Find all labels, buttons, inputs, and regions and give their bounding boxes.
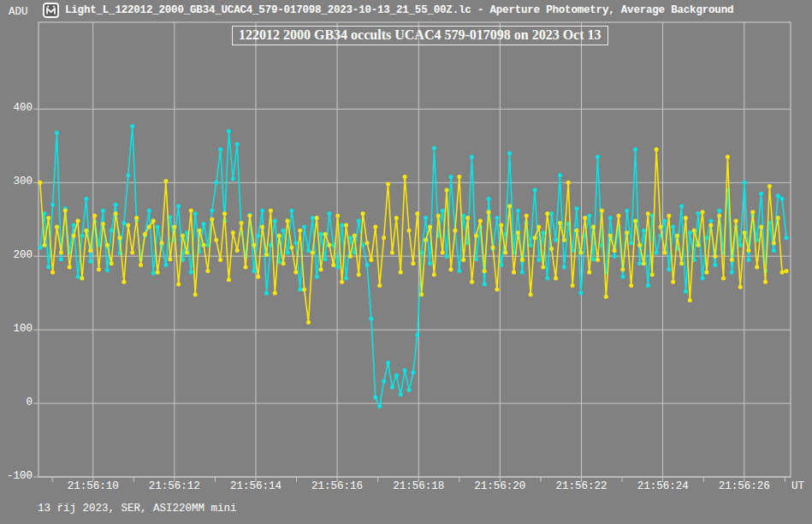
cyan-data-point: [394, 373, 399, 378]
cyan-data-point: [193, 211, 198, 216]
cyan-data-point: [717, 209, 721, 213]
yellow-data-point: [46, 216, 50, 220]
yellow-data-point: [340, 280, 344, 284]
cyan-data-point: [407, 388, 412, 392]
yellow-data-point: [785, 269, 789, 273]
yellow-data-point: [578, 250, 583, 254]
yellow-data-point: [613, 248, 617, 253]
x-tick-label: 21:56:18: [388, 480, 448, 492]
yellow-data-point: [399, 271, 403, 275]
yellow-data-point: [503, 250, 507, 254]
cyan-data-point: [256, 234, 260, 238]
yellow-data-point: [516, 230, 520, 235]
yellow-data-point: [679, 261, 684, 265]
yellow-data-point: [583, 216, 587, 220]
photometry-app-window: { "window": { "title": "Light_L_122012_2…: [0, 0, 812, 524]
cyan-data-point: [591, 257, 596, 261]
yellow-data-point: [738, 285, 743, 289]
yellow-data-point: [671, 280, 675, 284]
yellow-data-point: [491, 245, 495, 249]
cyan-data-point: [101, 209, 105, 213]
yellow-data-point: [780, 271, 785, 275]
yellow-data-point: [604, 295, 608, 299]
cyan-data-point: [72, 223, 76, 228]
yellow-data-point: [549, 247, 554, 251]
cyan-data-point: [59, 257, 63, 261]
yellow-data-point: [746, 248, 750, 253]
cyan-data-point: [541, 230, 545, 235]
cyan-data-point: [587, 214, 591, 218]
yellow-data-point: [240, 221, 244, 225]
cyan-data-point: [785, 235, 789, 240]
yellow-data-point: [181, 234, 185, 238]
yellow-data-point: [419, 292, 424, 296]
cyan-data-point: [554, 238, 558, 242]
cyan-data-point: [655, 250, 659, 254]
yellow-data-point: [84, 229, 88, 233]
yellow-data-point: [768, 184, 772, 188]
yellow-data-point: [650, 272, 655, 277]
yellow-data-point: [457, 175, 461, 179]
cyan-data-point: [126, 173, 130, 177]
yellow-data-point: [286, 219, 290, 223]
yellow-data-point: [118, 235, 122, 240]
cyan-data-point: [289, 209, 293, 213]
yellow-data-point: [222, 211, 227, 216]
yellow-data-point: [520, 258, 525, 262]
cyan-data-point: [596, 155, 600, 159]
yellow-data-point: [743, 230, 747, 235]
yellow-data-point: [721, 277, 726, 281]
x-tick-label: 21:56:22: [552, 480, 612, 492]
yellow-data-point: [390, 250, 394, 254]
cyan-data-point: [428, 261, 432, 265]
yellow-data-point: [587, 271, 591, 275]
cyan-data-point: [231, 177, 235, 182]
yellow-data-point: [536, 224, 541, 229]
cyan-data-point: [620, 275, 625, 279]
cyan-data-point: [114, 203, 118, 207]
cyan-data-point: [105, 268, 110, 272]
x-tick-label: 21:56:14: [226, 480, 286, 492]
cyan-data-point: [470, 155, 474, 159]
yellow-data-point: [344, 223, 348, 228]
yellow-data-point: [449, 267, 453, 271]
cyan-data-point: [214, 181, 218, 185]
yellow-data-point: [432, 272, 436, 277]
yellow-data-point: [512, 271, 516, 275]
yellow-data-point: [105, 243, 110, 247]
cyan-data-point: [629, 241, 633, 245]
cyan-data-point: [520, 271, 525, 275]
yellow-data-point: [750, 210, 755, 214]
cyan-data-point: [88, 259, 92, 264]
yellow-data-point: [684, 216, 688, 220]
cyan-data-point: [704, 235, 708, 240]
yellow-data-point: [600, 209, 604, 213]
cyan-data-point: [457, 269, 461, 273]
cyan-data-point: [411, 371, 415, 375]
cyan-data-point: [55, 130, 59, 134]
yellow-data-point: [667, 214, 671, 218]
yellow-data-point: [461, 258, 465, 262]
yellow-data-point: [642, 261, 646, 265]
yellow-data-point: [163, 179, 168, 183]
cyan-data-point: [315, 275, 319, 279]
yellow-data-point: [382, 235, 386, 240]
yellow-data-point: [92, 214, 97, 218]
cyan-data-point: [441, 209, 445, 213]
yellow-data-point: [465, 216, 470, 220]
yellow-data-point: [717, 214, 721, 218]
yellow-data-point: [293, 271, 298, 275]
cyan-data-point: [151, 271, 156, 276]
yellow-data-point: [759, 224, 763, 229]
cyan-data-point: [260, 209, 264, 213]
cyan-data-point: [202, 222, 206, 226]
yellow-data-point: [168, 257, 172, 261]
yellow-data-point: [264, 253, 269, 257]
cyan-data-point: [495, 216, 499, 220]
cyan-series: [38, 124, 788, 408]
yellow-data-point: [210, 217, 214, 222]
cyan-data-point: [613, 254, 617, 259]
yellow-data-point: [566, 181, 571, 185]
yellow-data-point: [256, 275, 260, 279]
yellow-data-point: [273, 291, 277, 295]
